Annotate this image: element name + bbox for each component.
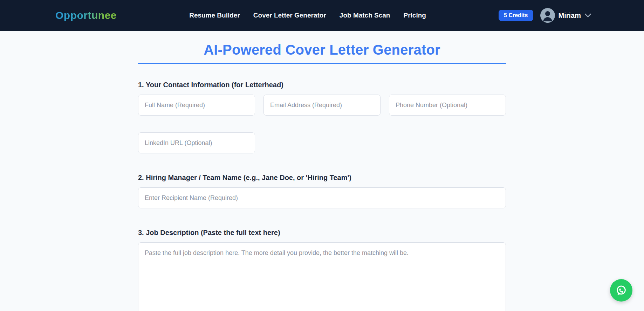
app-logo[interactable]: Opportunee (55, 9, 117, 21)
nav-item-cover-letter-generator[interactable]: Cover Letter Generator (253, 12, 326, 19)
page-title: AI-Powered Cover Letter Generator (138, 42, 506, 58)
top-navbar: Opportunee Resume Builder Cover Letter G… (0, 0, 644, 31)
section-3-heading: 3. Job Description (Paste the full text … (138, 229, 506, 237)
nav-item-resume-builder[interactable]: Resume Builder (189, 12, 240, 19)
header-right-cluster: 5 Credits Miriam (499, 8, 591, 23)
chevron-down-icon (584, 13, 591, 18)
email-input[interactable] (263, 95, 381, 116)
nav-item-pricing[interactable]: Pricing (403, 12, 426, 19)
user-avatar-icon (540, 8, 555, 23)
whatsapp-button[interactable] (610, 279, 632, 302)
section-1-heading: 1. Your Contact Information (for Letterh… (138, 81, 506, 89)
full-name-input[interactable] (138, 95, 255, 116)
user-menu[interactable]: Miriam (540, 8, 591, 23)
job-description-textarea[interactable] (138, 242, 506, 311)
cover-letter-generator-page: AI-Powered Cover Letter Generator 1. You… (138, 42, 506, 311)
phone-input[interactable] (389, 95, 506, 116)
section-2-heading: 2. Hiring Manager / Team Name (e.g., Jan… (138, 174, 506, 182)
whatsapp-icon (615, 284, 628, 297)
recipient-name-input[interactable] (138, 187, 506, 208)
nav-item-job-match-scan[interactable]: Job Match Scan (340, 12, 390, 19)
linkedin-url-input[interactable] (138, 132, 255, 153)
credits-badge[interactable]: 5 Credits (499, 10, 533, 21)
user-name-label: Miriam (559, 12, 581, 20)
contact-fields-row (138, 95, 506, 116)
title-underline: AI-Powered Cover Letter Generator (138, 42, 506, 64)
main-nav: Resume Builder Cover Letter Generator Jo… (189, 12, 426, 19)
